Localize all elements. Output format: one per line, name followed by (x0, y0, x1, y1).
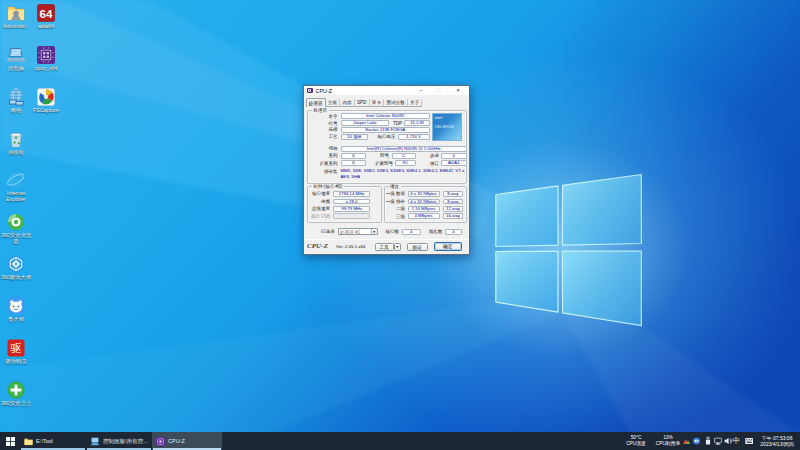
l1-inst-label: 一级 指令 (384, 199, 405, 205)
intel-celeron-logo: intel CELERON (432, 113, 462, 141)
cpuz-taskbar-icon (156, 437, 165, 446)
task-etool[interactable]: E:\Tool (20, 432, 86, 450)
icon-label: aida64 (30, 24, 63, 30)
tray-clock[interactable]: 下午 07:53:06 2023/4/13/周四 (756, 435, 798, 447)
name-label: 名字 (304, 114, 338, 120)
threads-field: 4 (445, 229, 462, 235)
user-folder-icon (6, 3, 26, 23)
tdp-field: 15.0 W (404, 120, 430, 126)
desktop-icon-ludashi[interactable]: 鲁大师 (0, 296, 38, 323)
this-pc-icon (6, 45, 26, 65)
revision-field: A0/A1 (441, 160, 467, 166)
cpuz-desktop-icon (36, 45, 56, 65)
tools-button[interactable]: 工具 (375, 243, 394, 251)
tray-network-icon[interactable] (714, 437, 722, 445)
desktop-icon-cpuz-x64[interactable]: cpuz_x64 (24, 45, 68, 72)
model-label: 型号 (364, 153, 389, 159)
desktop-icon-360-safe-guard[interactable]: 360安全卫士 (0, 380, 38, 407)
task-label: 控制面板\所有控... (103, 438, 148, 445)
tab-about[interactable]: 关于 (408, 99, 423, 107)
l3-way-field: 16-way (443, 213, 463, 219)
desktop-icon-360-browser[interactable]: 360安全浏览器 (0, 212, 38, 244)
stepping-field: 0 (441, 153, 467, 159)
instructions-label: 指令集 (304, 169, 338, 175)
bus-speed-field: 99.79 MHz (333, 206, 370, 212)
360-driver-master-icon (6, 254, 26, 274)
processor-select-value: 处理器 #1 (340, 230, 360, 235)
tray-usb-icon[interactable] (705, 437, 711, 446)
l1-data-way-field: 8-way (443, 191, 463, 197)
start-button[interactable] (0, 432, 20, 450)
multiplier-label: 倍频 (304, 199, 330, 205)
maximize-button: ▢ (432, 86, 446, 95)
stepping-label: 步进 (414, 153, 439, 159)
icon-label: 鲁大师 (0, 317, 33, 323)
taskbar: E:\Tool 控制面板\所有控... CPU-Z 50°C CPU温度 (0, 432, 800, 450)
task-control-panel[interactable]: 控制面板\所有控... (86, 432, 152, 450)
tray-volume-icon[interactable] (724, 437, 732, 445)
tray-ime-icon[interactable]: 中 (733, 437, 741, 445)
tray-cpu-usage[interactable]: 13% CPU利用率 (650, 435, 686, 446)
instructions-text: MMX, SSE, SSE2, SSE3, SSSE3, SSE4.1, SSE… (341, 168, 469, 179)
l2-way-field: 12-way (443, 206, 463, 212)
celeron-logo-text: CELERON (433, 125, 461, 129)
icon-label: 回收站 (0, 150, 33, 156)
desktop-icon-internet-explorer[interactable]: Internet Explorer (0, 170, 38, 202)
desktop-icon-driver-genie[interactable]: 驱 驱动精灵 (0, 338, 38, 365)
icon-label: 360驱动大师 (0, 275, 33, 281)
version-text: Ver. 2.05.1.x64 (336, 244, 365, 249)
desktop-icon-aida64[interactable]: 64 aida64 (24, 3, 68, 30)
name-field: Intel Celeron N5095 (341, 113, 430, 119)
tray-cpu-temp[interactable]: 50°C CPU温度 (622, 435, 650, 446)
aida64-icon: 64 (36, 3, 56, 23)
package-label: 插槽 (304, 127, 338, 133)
icon-label: 360安全卫士 (0, 401, 33, 407)
icon-label: 360安全浏览器 (0, 233, 33, 244)
cpuz-titlebar[interactable]: CPU-Z – ▢ ✕ (304, 86, 469, 95)
cpuz-title: CPU-Z (316, 88, 332, 94)
rated-fsb-label: 额定 FSB (304, 214, 330, 220)
ext-model-label: 扩展型号 (362, 161, 393, 167)
task-cpuz[interactable]: CPU-Z (152, 432, 222, 450)
tab-cpu[interactable]: 处理器 (306, 98, 326, 108)
recycle-bin-icon (6, 129, 26, 149)
cpuz-window: CPU-Z – ▢ ✕ 处理器 主板 内存 SPD 显卡 测试分数 关于 处理器… (303, 85, 470, 255)
validate-button[interactable]: 验证 (407, 243, 429, 251)
tray-360-ball-icon[interactable] (693, 438, 700, 445)
minimize-button[interactable]: – (414, 86, 428, 95)
ok-button[interactable]: 确定 (434, 242, 462, 251)
core-speed-label: 核心速度 (304, 191, 330, 197)
tab-graphics[interactable]: 显卡 (370, 99, 385, 107)
processor-select[interactable]: 处理器 #1 ▼ (338, 228, 379, 235)
tab-bench[interactable]: 测试分数 (384, 99, 408, 107)
tab-mainboard[interactable]: 主板 (326, 99, 341, 107)
tools-dropdown-button[interactable]: ▼ (394, 243, 401, 251)
icon-label: Internet Explorer (0, 191, 33, 202)
processor-group-title: 处理器 (312, 108, 329, 113)
cpu-usage-label: CPU利用率 (650, 441, 686, 446)
cpuz-tabs: 处理器 主板 内存 SPD 显卡 测试分数 关于 (306, 98, 423, 108)
desktop-icon-recycle-bin[interactable]: 回收站 (0, 129, 38, 156)
l2-label: 二级 (384, 206, 405, 212)
icon-label: FSCapture (30, 108, 63, 114)
tab-spd[interactable]: SPD (355, 99, 370, 107)
cores-label: 核心数 (374, 229, 399, 235)
bus-speed-label: 总线速度 (304, 206, 330, 212)
selection-label: 已选择 (312, 229, 335, 235)
close-button[interactable]: ✕ (451, 86, 465, 95)
tray-monitor-triangle-icon[interactable] (683, 438, 690, 444)
spec-field: Intel(R) Celeron(R) N5095 @ 2.00GHz (341, 146, 467, 152)
codename-label: 代号 (304, 121, 338, 127)
icon-label: cpuz_x64 (30, 66, 63, 72)
revision-label: 修订 (416, 161, 439, 167)
package-field: Socket 1338 FCBGA (341, 127, 430, 133)
tray-keyboard-icon[interactable] (745, 437, 754, 446)
l3-field: 4 MBytes (408, 213, 440, 219)
tab-memory[interactable]: 内存 (340, 99, 355, 107)
desktop-icon-fscapture[interactable]: FSCapture (24, 87, 68, 114)
cpu-temp-label: CPU温度 (622, 441, 650, 446)
l1-data-field: 4 x 32 KBytes (408, 191, 440, 197)
task-label: CPU-Z (168, 438, 185, 444)
desktop-icon-360-driver-master[interactable]: 360驱动大师 (0, 254, 38, 281)
multiplier-field: x 28.0 (333, 199, 370, 205)
